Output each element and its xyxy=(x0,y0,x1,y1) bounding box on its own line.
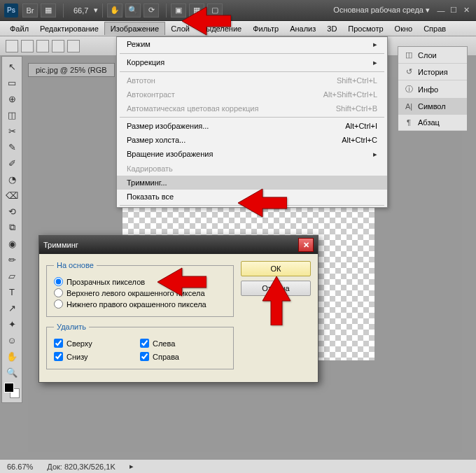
delete-legend: Удалить xyxy=(54,323,89,331)
menu-item-autocontrast: АвтоконтрастAlt+Shift+Ctrl+L xyxy=(117,87,387,101)
menu-image[interactable]: Изображение xyxy=(104,22,165,35)
svg-marker-1 xyxy=(238,189,287,217)
menu-view[interactable]: Просмотр xyxy=(342,22,388,35)
info-icon: ⓘ xyxy=(404,84,414,94)
menu-item-autocolor: Автоматическая цветовая коррекцияShift+C… xyxy=(117,101,387,115)
lasso-tool-icon[interactable]: ⊕ xyxy=(4,91,20,106)
annotation-arrow xyxy=(182,0,231,43)
menu-item-image-size[interactable]: Размер изображения...Alt+Ctrl+I xyxy=(117,119,387,133)
separator xyxy=(102,3,103,17)
delete-fieldset: Удалить Сверху Слева Снизу Справа xyxy=(46,323,234,369)
eraser-tool-icon[interactable]: ⧉ xyxy=(4,220,20,235)
history-brush-tool-icon[interactable]: ⟲ xyxy=(4,204,20,219)
menu-analysis[interactable]: Анализ xyxy=(284,22,321,35)
menu-3d[interactable]: 3D xyxy=(321,22,342,35)
selection-intersect-icon[interactable] xyxy=(67,40,80,52)
history-icon: ↺ xyxy=(404,67,414,76)
panel-paragraph[interactable]: ¶Абзац xyxy=(398,115,467,131)
paragraph-icon: ¶ xyxy=(404,118,414,127)
selection-add-icon[interactable] xyxy=(36,40,49,52)
zoom-icon[interactable]: 🔍 xyxy=(125,3,141,17)
menu-item-rotation[interactable]: Вращение изображения xyxy=(117,147,387,162)
dialog-titlebar[interactable]: Тримминг ✕ xyxy=(39,236,318,254)
tool-preset-icon[interactable] xyxy=(6,40,18,52)
stamp-tool-icon[interactable]: ⌫ xyxy=(4,188,20,203)
check-right[interactable]: Справа xyxy=(140,352,226,361)
menu-help[interactable]: Справ xyxy=(418,22,451,35)
annotation-arrow xyxy=(158,264,206,301)
bridge-icon[interactable]: Br xyxy=(22,3,38,17)
menu-window[interactable]: Окно xyxy=(389,22,419,35)
menu-edit[interactable]: Редактирование xyxy=(34,22,104,35)
gradient-tool-icon[interactable]: ◉ xyxy=(4,236,20,251)
mini-bridge-icon[interactable]: ▦ xyxy=(41,3,56,17)
basis-legend: На основе xyxy=(54,261,97,269)
menu-filter[interactable]: Фильтр xyxy=(247,22,284,35)
panel-info[interactable]: ⓘИнфо xyxy=(398,80,467,99)
svg-marker-3 xyxy=(262,276,290,325)
check-bottom[interactable]: Снизу xyxy=(54,352,140,361)
selection-subtract-icon[interactable] xyxy=(52,40,64,52)
annotation-arrow xyxy=(238,185,287,222)
3d-tool-icon[interactable]: ☺ xyxy=(4,332,20,348)
dodge-tool-icon[interactable]: ▱ xyxy=(4,268,20,283)
menu-bar: Файл Редактирование Изображение Слой Выд… xyxy=(0,21,476,36)
heal-tool-icon[interactable]: ✐ xyxy=(4,155,20,171)
crop-tool-icon[interactable]: ✂ xyxy=(4,123,20,139)
menu-item-adjustments[interactable]: Коррекция xyxy=(117,55,387,70)
maximize-icon[interactable]: ☐ xyxy=(448,6,459,15)
panel-character[interactable]: A|Символ xyxy=(398,99,467,115)
hand-tool-icon[interactable]: ✋ xyxy=(4,348,20,364)
toolbox: ↖ ▭ ⊕ ◫ ✂ ✎ ✐ ◔ ⌫ ⟲ ⧉ ◉ ✏ ▱ T ↗ ✦ ☺ ✋ 🔍 xyxy=(1,56,22,403)
panel-history[interactable]: ↺История xyxy=(398,64,467,80)
workspace-selector[interactable]: Основная рабочая среда ▾ xyxy=(333,6,430,15)
minimize-icon[interactable]: — xyxy=(435,6,447,15)
zoom-dropdown-icon[interactable]: ▾ xyxy=(94,6,98,15)
marquee-tool-icon[interactable]: ▭ xyxy=(4,75,20,90)
image-menu-dropdown: Режим Коррекция АвтотонShift+Ctrl+L Авто… xyxy=(116,36,388,208)
title-bar: Ps Br ▦ 66,7 ▾ ✋ 🔍 ⟳ ▣ ▦ ▢ Основная рабо… xyxy=(0,0,476,21)
zoom-tool-icon[interactable]: 🔍 xyxy=(4,365,20,380)
check-top[interactable]: Сверху xyxy=(54,339,140,348)
menu-item-autotone: АвтотонShift+Ctrl+L xyxy=(117,73,387,87)
app-icon: Ps xyxy=(4,3,18,17)
close-icon[interactable]: ✕ xyxy=(461,6,472,15)
quick-select-tool-icon[interactable]: ◫ xyxy=(4,107,20,122)
svg-marker-2 xyxy=(158,268,206,296)
status-zoom[interactable]: 66.67% xyxy=(7,463,33,471)
menu-item-canvas-size[interactable]: Размер холста...Alt+Ctrl+C xyxy=(117,133,387,147)
eyedropper-tool-icon[interactable]: ✎ xyxy=(4,139,20,155)
svg-marker-0 xyxy=(182,7,231,35)
panels-dock: ◫Слои ↺История ⓘИнфо A|Символ ¶Абзац xyxy=(398,46,468,132)
separator xyxy=(63,3,64,17)
move-tool-icon[interactable]: ↖ xyxy=(4,59,20,74)
menu-item-crop: Кадрировать xyxy=(117,162,387,176)
type-tool-icon[interactable]: T xyxy=(4,284,20,299)
blur-tool-icon[interactable]: ✏ xyxy=(4,252,20,267)
dialog-title: Тримминг xyxy=(43,241,78,249)
panel-layers[interactable]: ◫Слои xyxy=(398,47,467,64)
color-swatch[interactable] xyxy=(4,383,20,398)
zoom-value[interactable]: 66,7 xyxy=(74,6,88,15)
character-icon: A| xyxy=(404,102,414,111)
check-left[interactable]: Слева xyxy=(140,339,226,348)
status-doc-size[interactable]: Док: 820,3K/526,1K xyxy=(47,463,115,471)
status-bar: 66.67% Док: 820,3K/526,1K ▸ xyxy=(0,459,476,473)
selection-new-icon[interactable] xyxy=(21,40,34,52)
dialog-close-button[interactable]: ✕ xyxy=(298,238,314,252)
brush-tool-icon[interactable]: ◔ xyxy=(4,171,20,187)
menu-file[interactable]: Файл xyxy=(4,22,34,35)
ok-button[interactable]: ОК xyxy=(241,261,311,276)
hand-icon[interactable]: ✋ xyxy=(107,3,122,17)
document-tab[interactable]: pic.jpg @ 25% (RGB xyxy=(28,63,115,77)
annotation-arrow xyxy=(259,276,294,327)
shape-tool-icon[interactable]: ✦ xyxy=(4,316,20,332)
layers-icon: ◫ xyxy=(404,50,414,59)
rotate-icon[interactable]: ⟳ xyxy=(144,3,159,17)
status-arrow-icon[interactable]: ▸ xyxy=(130,462,134,471)
separator xyxy=(166,3,167,17)
pen-tool-icon[interactable]: ↗ xyxy=(4,300,20,316)
menu-item-mode[interactable]: Режим xyxy=(117,37,387,52)
